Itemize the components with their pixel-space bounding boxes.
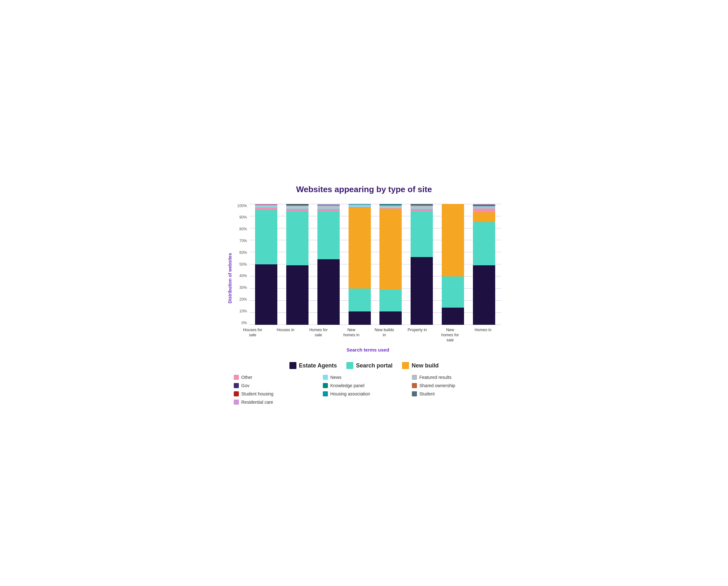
bar-segment	[348, 207, 371, 288]
bar-segment	[255, 210, 277, 264]
x-axis-label: Search terms used	[235, 347, 501, 353]
bar-segment	[255, 264, 277, 325]
bar-segment	[473, 206, 495, 209]
bar-segment	[317, 259, 340, 325]
bar-group	[346, 204, 373, 325]
legend-secondary-item: Other	[234, 375, 316, 380]
stacked-bar	[317, 204, 340, 325]
y-tick: 0%	[235, 321, 247, 325]
stacked-bar	[286, 204, 309, 325]
legend: Estate AgentsSearch portalNew build Othe…	[227, 362, 501, 405]
x-label: Newhomes forsale	[436, 327, 465, 343]
legend-swatch-sm	[234, 400, 239, 405]
bar-segment	[411, 209, 433, 211]
legend-secondary-label: Student	[419, 391, 435, 397]
bar-segment	[411, 257, 433, 325]
legend-secondary-label: Featured results	[419, 375, 451, 380]
bar-segment	[380, 311, 402, 325]
legend-swatch-sm	[234, 375, 239, 380]
bar-segment	[442, 277, 464, 308]
legend-label: New build	[412, 362, 439, 369]
bar-segment	[286, 209, 309, 211]
bar-group	[439, 204, 467, 325]
legend-swatch	[289, 362, 296, 369]
legend-secondary-item	[323, 400, 406, 405]
legend-label: Search portal	[356, 362, 392, 369]
legend-secondary-item: Shared ownership	[412, 383, 495, 388]
y-tick: 60%	[235, 251, 247, 255]
x-label: New buildsin	[370, 327, 399, 343]
legend-secondary-item	[412, 400, 495, 405]
bar-group	[253, 204, 280, 325]
legend-secondary-item: Knowledge panel	[323, 383, 406, 388]
stacked-bar	[380, 204, 402, 325]
bar-segment	[348, 311, 371, 325]
bar-group	[470, 204, 498, 325]
bar-segment	[317, 211, 340, 259]
x-label: Property in	[402, 327, 432, 343]
legend-secondary-item: Residential care	[234, 400, 316, 405]
legend-secondary-label: Student housing	[241, 391, 274, 397]
stacked-bar	[348, 204, 371, 325]
bar-segment	[442, 204, 464, 277]
bar-segment	[255, 207, 277, 210]
chart-plot: 0%10%20%30%40%50%60%70%80%90%100%	[235, 204, 501, 325]
bar-segment	[286, 265, 309, 325]
legend-secondary-label: Gov	[241, 383, 250, 388]
legend-secondary-label: Other	[241, 375, 253, 380]
y-tick: 20%	[235, 298, 247, 301]
bars-row	[250, 204, 501, 325]
legend-secondary-item: Student housing	[234, 391, 316, 397]
y-ticks: 0%10%20%30%40%50%60%70%80%90%100%	[235, 204, 247, 325]
y-axis-label: Distribution of websites	[227, 204, 233, 353]
legend-secondary-item: Student	[412, 391, 495, 397]
x-labels: Houses forsaleHouses inHomes forsaleNewh…	[235, 327, 501, 343]
legend-main-item: Estate Agents	[289, 362, 337, 369]
bar-segment	[380, 289, 402, 311]
chart-container: Websites appearing by type of site Distr…	[221, 175, 507, 411]
legend-secondary-label: Shared ownership	[419, 383, 456, 388]
legend-secondary-item: Gov	[234, 383, 316, 388]
bar-group	[284, 204, 311, 325]
bar-segment	[442, 308, 464, 325]
y-tick: 10%	[235, 309, 247, 313]
legend-secondary: OtherNewsFeatured resultsGovKnowledge pa…	[234, 375, 495, 405]
chart-with-axes: 0%10%20%30%40%50%60%70%80%90%100% Houses…	[235, 204, 501, 353]
stacked-bar	[411, 204, 433, 325]
bar-group	[315, 204, 342, 325]
y-tick: 30%	[235, 286, 247, 289]
legend-secondary-item: News	[323, 375, 406, 380]
legend-swatch	[402, 362, 409, 369]
x-label: Houses forsale	[238, 327, 267, 343]
y-tick: 100%	[235, 204, 247, 208]
legend-swatch-sm	[234, 391, 239, 397]
legend-secondary-item: Housing association	[323, 391, 406, 397]
stacked-bar	[473, 204, 495, 325]
legend-swatch-sm	[412, 391, 417, 397]
bar-segment	[286, 211, 309, 265]
legend-secondary-label: Residential care	[241, 400, 273, 405]
legend-secondary-item: Featured results	[412, 375, 495, 380]
legend-swatch-sm	[323, 383, 328, 388]
y-tick: 70%	[235, 239, 247, 243]
chart-area: Distribution of websites 0%10%20%30%40%5…	[227, 204, 501, 353]
legend-secondary-label: Knowledge panel	[331, 383, 364, 388]
bar-group	[408, 204, 435, 325]
x-label: Homes forsale	[304, 327, 333, 343]
legend-swatch-sm	[234, 383, 239, 388]
legend-main-item: New build	[402, 362, 439, 369]
y-tick: 90%	[235, 215, 247, 219]
legend-main: Estate AgentsSearch portalNew build	[234, 362, 495, 369]
bar-segment	[411, 211, 433, 257]
legend-secondary-label: Housing association	[331, 391, 370, 397]
bar-segment	[348, 288, 371, 311]
bar-segment	[473, 222, 495, 265]
bar-segment	[380, 209, 402, 290]
stacked-bar	[442, 204, 464, 325]
legend-main-item: Search portal	[346, 362, 392, 369]
bars-and-grid	[250, 204, 501, 325]
x-label: Newhomes in	[337, 327, 366, 343]
legend-swatch-sm	[323, 391, 328, 397]
bar-segment	[473, 209, 495, 212]
bar-segment	[473, 265, 495, 325]
